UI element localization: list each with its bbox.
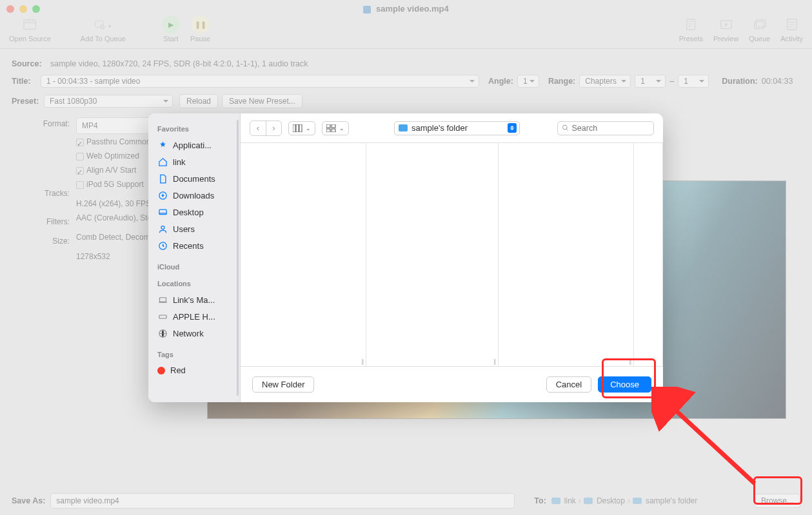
locations-heading: Locations — [157, 280, 240, 287]
svg-rect-19 — [332, 124, 335, 128]
icloud-heading: iCloud — [157, 263, 240, 271]
document-icon — [157, 173, 168, 184]
clock-icon — [157, 240, 168, 251]
cancel-button[interactable]: Cancel — [546, 376, 591, 393]
new-folder-button[interactable]: New Folder — [252, 376, 314, 393]
sidebar-item-network[interactable]: Network — [157, 325, 240, 342]
sidebar-item-downloads[interactable]: Downloads — [157, 187, 240, 204]
search-icon — [562, 124, 569, 132]
red-dot-icon — [157, 367, 165, 374]
sidebar-item-desktop[interactable]: Desktop — [157, 204, 240, 220]
sidebar-item-apple-hd[interactable]: APPLE H... — [157, 308, 240, 325]
dialog-footer: New Folder Cancel Choose — [241, 366, 663, 402]
svg-rect-21 — [332, 129, 335, 132]
search-input[interactable] — [572, 124, 649, 133]
svg-rect-20 — [326, 129, 330, 132]
sidebar-item-links-mac[interactable]: Link's Ma... — [157, 291, 240, 308]
sidebar-tag-red[interactable]: Red — [157, 362, 240, 378]
sidebar-item-applications[interactable]: Applicati... — [157, 137, 240, 153]
column-1[interactable] — [241, 143, 366, 366]
globe-icon — [157, 328, 168, 338]
svg-rect-17 — [299, 124, 302, 132]
svg-rect-12 — [159, 297, 166, 301]
forward-button[interactable]: › — [266, 121, 281, 135]
scrollbar[interactable] — [237, 120, 239, 396]
file-chooser-dialog: Favorites Applicati... link Documents Do… — [148, 113, 663, 402]
updown-icon — [508, 123, 517, 133]
download-icon — [157, 190, 168, 200]
svg-rect-15 — [293, 124, 295, 132]
tags-heading: Tags — [157, 351, 240, 358]
dialog-sidebar: Favorites Applicati... link Documents Do… — [148, 113, 241, 402]
sidebar-item-recents[interactable]: Recents — [157, 237, 240, 254]
dialog-main: ‹ › ⌄ ⌄ sample's folder New F — [241, 113, 663, 402]
view-grid-button[interactable]: ⌄ — [322, 121, 349, 135]
column-2[interactable] — [366, 143, 499, 366]
sidebar-item-link[interactable]: link — [157, 153, 240, 170]
svg-rect-18 — [326, 124, 330, 128]
app-icon — [157, 140, 168, 150]
svg-point-10 — [161, 226, 164, 229]
current-folder-name: sample's folder — [411, 123, 468, 133]
dialog-toolbar: ‹ › ⌄ ⌄ sample's folder — [241, 113, 663, 143]
column-4[interactable] — [634, 143, 663, 366]
svg-point-22 — [562, 125, 567, 130]
disk-icon — [157, 311, 168, 322]
nav-buttons: ‹ › — [250, 121, 282, 136]
svg-rect-13 — [159, 315, 166, 318]
laptop-icon — [157, 295, 168, 305]
search-field[interactable] — [557, 121, 654, 135]
current-folder-popup[interactable]: sample's folder — [394, 121, 520, 135]
sidebar-item-users[interactable]: Users — [157, 220, 240, 237]
back-button[interactable]: ‹ — [250, 121, 266, 135]
dialog-columns[interactable] — [241, 143, 663, 366]
home-icon — [157, 157, 168, 167]
user-icon — [157, 224, 168, 234]
folder-icon — [399, 124, 408, 131]
svg-rect-9 — [159, 209, 166, 215]
choose-button[interactable]: Choose — [598, 376, 651, 393]
sidebar-item-documents[interactable]: Documents — [157, 170, 240, 187]
desktop-icon — [157, 207, 168, 217]
view-columns-button[interactable]: ⌄ — [288, 121, 315, 135]
column-3[interactable] — [499, 143, 634, 366]
svg-rect-16 — [296, 124, 299, 132]
favorites-heading: Favorites — [157, 125, 240, 133]
